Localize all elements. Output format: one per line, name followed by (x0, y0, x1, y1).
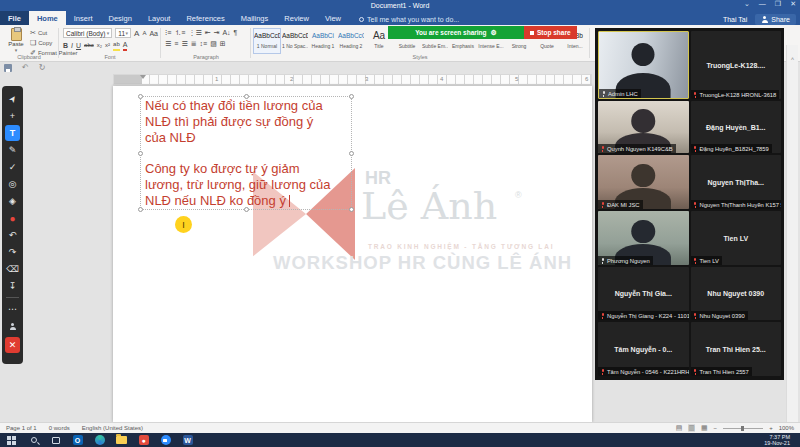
text-box[interactable]: Nếu có thay đổi tiền lương của NLĐ thì p… (140, 96, 352, 210)
tab-layout[interactable]: Layout (140, 11, 179, 25)
redo-icon[interactable]: ↻ (39, 63, 46, 72)
language-indicator[interactable]: English (United States) (82, 425, 143, 431)
align-left-icon[interactable]: ☰ (165, 39, 171, 48)
gear-icon[interactable]: ⚙ (491, 29, 497, 37)
indent-marker[interactable] (140, 75, 146, 79)
participant-tile[interactable]: Tâm Nguyễn - 0... Tâm Nguyễn - 0546 - K2… (598, 322, 689, 376)
more-tool-icon[interactable]: ⋯ (5, 301, 20, 317)
clear-tool-icon[interactable]: ⌫ (5, 261, 20, 277)
eraser-tool-icon[interactable]: ◈ (5, 193, 20, 209)
taskbar-app-red[interactable]: ● (138, 435, 149, 446)
superscript-button[interactable]: x² (105, 41, 110, 50)
tab-home[interactable]: Home (29, 11, 66, 25)
decrease-indent-icon[interactable]: ⇤ (205, 28, 211, 37)
participant-tile[interactable]: Tien LV Tien LV (691, 211, 782, 265)
align-center-icon[interactable]: ≡ (174, 39, 178, 48)
participant-tile[interactable]: Nhu Nguyet 0390 Nhu Nguyet 0390 (691, 267, 782, 320)
style-heading2[interactable]: AaBbCcCHeading 2 (337, 28, 365, 54)
save-tool-icon[interactable]: ↧ (5, 278, 20, 294)
document-text[interactable]: Nếu có thay đổi tiền lương của NLĐ thì p… (145, 98, 349, 209)
vertical-scrollbar[interactable]: ˄ (786, 45, 798, 422)
draw-tool-icon[interactable]: ✎ (5, 142, 20, 158)
search-icon[interactable] (28, 435, 39, 446)
bullets-icon[interactable]: ⁝≡ (165, 28, 171, 37)
resize-handle[interactable] (349, 151, 354, 156)
participant-tile[interactable]: Phương Nguyen (598, 211, 689, 265)
resize-handle[interactable] (138, 207, 143, 212)
zoom-level[interactable]: 100% (779, 425, 794, 431)
redo-tool-icon[interactable]: ↷ (5, 244, 20, 260)
stop-share-button[interactable]: Stop share (524, 26, 577, 39)
underline-button[interactable]: U (76, 41, 81, 50)
font-size-select[interactable]: 11▾ (115, 28, 131, 38)
web-layout-icon[interactable]: ▦ (701, 424, 708, 432)
tab-insert[interactable]: Insert (66, 11, 101, 25)
participant-tile[interactable]: Admin LHC (598, 31, 689, 99)
participant-tile[interactable]: Nguyen ThịTha... Nguyen ThịThanh Huyền K… (691, 155, 782, 209)
participant-tile[interactable]: Tran Thi Hien 25... Tran Thi Hien 2557 (691, 322, 782, 376)
format-color-icon[interactable]: ● (5, 210, 20, 226)
numbering-icon[interactable]: ⒈≡ (174, 28, 185, 37)
horizontal-ruler[interactable]: 1 2 3 4 5 6 (113, 74, 592, 85)
document-page[interactable]: HR Lê Ánh ® TRAO KINH NGHIỆM - TĂNG TƯƠN… (113, 86, 592, 422)
participant-tile[interactable]: Nguyễn Thị Gia... Nguyễn Thị Giang - K22… (598, 267, 689, 320)
resize-handle[interactable] (138, 94, 143, 99)
account-name[interactable]: Thai Tai (723, 16, 747, 23)
shading-icon[interactable]: ▨ (210, 39, 217, 48)
paste-button[interactable]: Paste ▾ (4, 28, 28, 53)
bold-button[interactable]: B (63, 41, 68, 50)
borders-icon[interactable]: ⊞ (220, 39, 226, 48)
tab-references[interactable]: References (178, 11, 232, 25)
tab-view[interactable]: View (317, 11, 349, 25)
tab-mailings[interactable]: Mailings (233, 11, 277, 25)
tab-file[interactable]: File (0, 11, 29, 25)
taskbar-app-explorer[interactable] (116, 435, 127, 446)
participant-tile[interactable]: ĐAK MI JSC (598, 155, 689, 209)
zoom-slider[interactable] (723, 428, 763, 429)
stamp-tool-icon[interactable]: ✓ (5, 159, 20, 175)
style-normal[interactable]: AaBbCcDd1 Normal (253, 28, 281, 54)
share-button[interactable]: Share (755, 14, 796, 25)
taskbar-app-edge[interactable] (94, 435, 105, 446)
resize-handle[interactable] (349, 94, 354, 99)
print-layout-icon[interactable]: ▥ (688, 424, 695, 432)
tell-me-box[interactable]: Tell me what you want to do... (349, 13, 465, 25)
participant-tile[interactable]: Đặng Huyền_B1... Đặng Huyền_B182H_7859 (691, 101, 782, 153)
participant-tile[interactable]: Quynh Nguyen K149C&B (598, 101, 689, 153)
pilcrow-icon[interactable]: ¶ (234, 28, 238, 37)
justify-icon[interactable]: ≣ (191, 39, 197, 48)
taskbar-app-zoom[interactable] (160, 435, 171, 446)
text-tool-icon[interactable]: T (5, 125, 20, 141)
taskbar-app-outlook[interactable]: O (72, 435, 83, 446)
align-right-icon[interactable]: ☰ (181, 39, 187, 48)
undo-tool-icon[interactable]: ↶ (5, 227, 20, 243)
select-tool-icon[interactable]: ➤ (5, 91, 20, 107)
style-heading1[interactable]: AaBbCiHeading 1 (309, 28, 337, 54)
participant-tile[interactable]: TruongLe-K128.... TruongLe-K128 HRONL-36… (691, 31, 782, 99)
sort-icon[interactable]: A↓ (222, 28, 230, 37)
ribbon-options-icon[interactable]: ⌄ (744, 0, 750, 8)
scroll-up-icon[interactable]: ˄ (787, 45, 798, 62)
task-view-icon[interactable] (50, 435, 61, 446)
save-icon[interactable] (4, 64, 12, 72)
resize-handle[interactable] (349, 207, 354, 212)
style-no-spacing[interactable]: AaBbCcDd1 No Spac... (281, 28, 309, 54)
tab-design[interactable]: Design (101, 11, 140, 25)
taskbar-clock[interactable]: 7:37 PM 19-Nov-21 (764, 434, 794, 446)
italic-button[interactable]: I (71, 41, 73, 50)
zoom-out-icon[interactable]: − (714, 425, 718, 431)
taskbar-app-word[interactable]: W (182, 435, 193, 446)
undo-icon[interactable]: ↶ (22, 63, 29, 72)
close-annotation-icon[interactable]: ✕ (5, 337, 20, 353)
strikethrough-button[interactable]: abc (84, 41, 94, 50)
zoom-in-icon[interactable]: + (769, 425, 773, 431)
highlight-button[interactable]: ab (113, 40, 120, 51)
change-case-button[interactable]: Aa (149, 29, 158, 38)
add-tool-icon[interactable]: + (5, 108, 20, 124)
participants-icon[interactable] (5, 318, 20, 334)
start-button[interactable] (6, 435, 17, 446)
page-indicator[interactable]: Page 1 of 1 (6, 425, 37, 431)
tab-review[interactable]: Review (276, 11, 317, 25)
font-color-button[interactable]: A (123, 40, 128, 51)
read-mode-icon[interactable]: ▤ (676, 424, 683, 432)
